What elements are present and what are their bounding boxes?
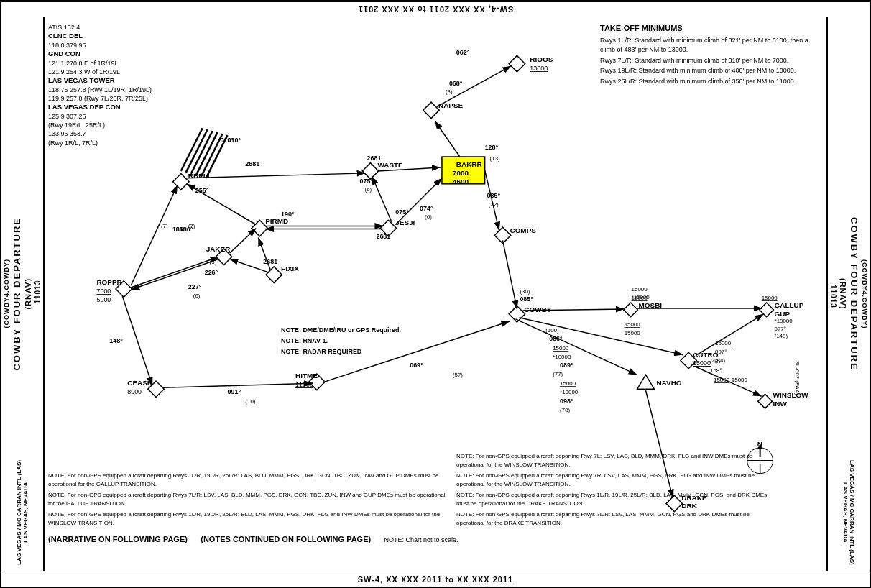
right-bar: (COWBY4.COWBY) COWBY FOUR DEPARTURE (RNA… [826,17,870,571]
svg-line-22 [186,129,208,173]
svg-line-50 [515,319,637,375]
svg-rect-3 [423,102,440,119]
bottom-notes-left: NOTE: For non-GPS equipped aircraft depa… [48,472,446,528]
dist-7a: (7) [161,223,168,229]
cowby-mosbi-alt: *15000 [632,294,650,300]
svg-line-40 [372,176,392,223]
left-number: 11013 [34,280,42,304]
left-bar: (COWBY4.COWBY) COWBY FOUR DEPARTURE (RNA… [1,17,45,571]
brg-098: 098° [560,398,573,405]
svg-line-51 [122,296,152,385]
svg-line-45 [519,318,683,355]
runway-group [181,128,228,178]
dist-10: (10) [245,398,255,405]
left-title: COWBY FOUR DEPARTURE [11,217,22,371]
winslow-inw: INW [773,400,788,408]
svg-rect-14 [624,303,638,317]
chart-note-text: NOTE: Chart not to scale. [384,536,458,543]
right-bar-content: (COWBY4.COWBY) COWBY FOUR DEPARTURE (RNA… [829,217,868,371]
dist-5: (5) [210,259,217,265]
winslow-label: WINSLOW [773,391,809,399]
note-right1: NOTE: For non-GPS equipped aircraft depa… [456,452,773,469]
cutro-alt-upper: 15000 [715,340,732,346]
alt-2681d: 2681 [263,258,277,265]
rioos-alt: 13000 [530,65,548,72]
left-subtitle: (COWBY4.COWBY) [3,259,10,329]
brg-128: 128° [485,144,499,151]
bottom-strip: SW-4, XX XXX 2011 to XX XXX 2011 [1,571,870,587]
alt-2681c: 2681 [376,233,390,240]
right-subtitle: (COWBY4.COWBY) [861,259,868,329]
gallup-alt1: 15000 [762,295,778,301]
navho-label: NAVHO [656,379,681,387]
svg-rect-9 [266,267,282,283]
svg-line-23 [191,131,213,174]
brg-085a: 085° [487,192,501,199]
comps-label: COMPS [510,226,536,234]
alt-10000b: *10000 [560,389,579,395]
hitme-alt: 11000 [295,381,313,388]
brg-255: 255° [195,187,209,194]
dist-6b: (6) [425,213,432,220]
svg-line-25 [201,134,223,177]
rioos-label: RIOOS [530,55,553,63]
gallup-alt2: *10000 [775,318,793,324]
main-content: ATIS 132.4 CLNC DEL 118.0 379.95 GND CON… [45,17,826,571]
alt-15000a: 15000 [553,345,569,352]
dist-78: (78) [560,407,570,413]
dist-8: (8) [446,88,453,95]
bakrr-label: BAKRR [456,160,482,168]
brg-226: 226° [205,269,218,276]
alt-10000a: *10000 [553,354,571,360]
svg-line-27 [131,185,178,285]
winslow-15000b: 15000 [732,377,748,383]
brg-074: 074° [420,205,433,212]
note-right4: NOTE: For non-GPS equipped aircraft depa… [456,510,773,528]
cutro-097: 097° [715,349,727,355]
brg-086: 086° [549,335,563,342]
page-wrapper: SW-4, XX XXX 2011 to XX XXX 2011 SW-4, X… [0,0,871,588]
dist-13: (13) [490,155,500,162]
brg-069: 069° [410,362,423,369]
note-right3: NOTE: For non-GPS equipped aircraft depa… [456,491,773,508]
left-bar-content: (COWBY4.COWBY) COWBY FOUR DEPARTURE (RNA… [3,217,42,371]
roppr-alt2: 5900 [96,296,111,303]
brg-227: 227° [188,283,202,290]
svg-line-34 [435,121,460,157]
waste-label: WASTE [377,161,403,169]
right-city: LAS VEGAS / MC CARRAN INTL (LAS)LAS VEGA… [842,460,855,565]
roppr-alt1: 7000 [96,288,111,295]
note-right2: NOTE: For non-GPS equipped aircraft depa… [456,472,773,489]
bakrr-alt2: 4600 [453,178,469,185]
note1: NOTE: For non-GPS equipped aircraft depa… [48,472,446,489]
dist-6c: (6) [193,293,201,299]
brg-089: 089° [560,362,573,369]
right-title: COWBY FOUR DEPARTURE [849,217,860,371]
dist-22: (22) [489,201,499,208]
svg-line-35 [437,66,511,107]
dist-77: (77) [553,371,563,377]
svg-line-30 [229,228,256,253]
svg-line-32 [187,173,366,178]
svg-line-24 [196,132,218,175]
brg-062: 062° [456,49,470,56]
brg-085b: 085° [520,295,533,303]
roppr-label: ROPPR [96,278,121,286]
sl-662: SL-662 (FAA) [794,361,801,395]
mosbi-alt2: 15000 [625,330,641,336]
jaker-label: JAKER [206,245,231,253]
winslow-15000: 15000 [714,377,730,383]
dist-30: (30) [520,288,530,295]
brg-148: 148° [109,337,123,344]
ceasr-alt: 8000 [127,388,142,395]
bakrr-alt1: 7000 [453,169,469,177]
note2: NOTE: For non-GPS equipped aircraft depa… [48,491,446,508]
narrative-line: (NARRATIVE ON FOLLOWING PAGE) (NOTES CON… [48,535,458,543]
svg-rect-17 [758,394,773,408]
right-rnav: (RNAV) [839,278,847,310]
svg-line-21 [181,128,203,171]
winslow-42: (42) [710,358,720,364]
left-city: LAS VEGAS / MC CARRAN INTL (LAS)LAS VEGA… [16,460,29,565]
dist-6a: (6) [365,186,372,193]
note3: NOTE: For non-GPS equipped aircraft depa… [48,510,446,528]
